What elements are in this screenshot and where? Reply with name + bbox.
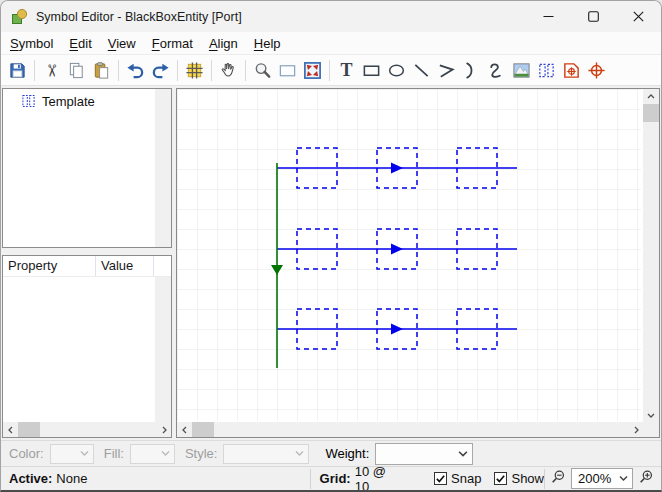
chevron-down-icon [80,450,89,457]
status-bar: Active: None Grid: 10 @ 10 Snap Show [1,466,661,490]
zoom-controls: 200% [544,468,661,489]
scroll-right-button[interactable] [628,422,643,437]
ellipse-tool-button[interactable] [384,58,409,83]
undo-button[interactable] [123,58,148,83]
snap-checkbox[interactable] [434,472,447,485]
show-checkbox[interactable] [494,472,507,485]
format-bar: Color: Fill: Style: Weight: [1,440,661,466]
hand-icon [219,61,238,80]
menubar: Symbol Edit View Format Align Help [1,32,661,55]
minimize-button[interactable] [526,1,571,32]
scroll-left-icon [181,426,189,434]
grid-status: Grid: 10 @ 10 Snap Show [311,464,544,492]
magnifier-icon [253,61,272,80]
scroll-down-button[interactable] [644,407,659,422]
scroll-left-button[interactable] [177,422,192,437]
maximize-button[interactable] [571,1,616,32]
check-icon [435,473,446,484]
zoom-out-button[interactable] [550,469,566,488]
zoom-fit-button[interactable] [300,58,325,83]
polyline-tool-button[interactable] [434,58,459,83]
scroll-right-button[interactable] [156,422,171,437]
text-tool-button[interactable]: T [334,58,359,83]
scrollbar-thumb[interactable] [643,104,659,122]
scroll-right-icon [632,426,640,434]
scroll-left-icon [7,426,15,434]
property-vertical-scrollbar[interactable] [155,277,171,422]
zoom-area-icon [278,61,297,80]
property-table-body[interactable] [3,277,171,422]
menu-help[interactable]: Help [246,34,289,53]
line-tool-button[interactable] [409,58,434,83]
check-icon [495,473,506,484]
close-button[interactable] [616,1,661,32]
tree-vertical-scrollbar[interactable] [155,89,171,247]
zoom-level-value: 200% [578,471,619,486]
fill-label: Fill: [104,446,124,461]
canvas-vertical-scrollbar[interactable] [643,89,659,422]
menu-align[interactable]: Align [201,34,246,53]
minimize-icon [543,11,554,22]
property-table-header: Property Value [3,256,171,277]
rectangle-tool-button[interactable] [359,58,384,83]
scrollbar-thumb[interactable] [18,422,40,437]
pan-button[interactable] [216,58,241,83]
tree-item-template[interactable]: Template [3,89,171,109]
menu-format[interactable]: Format [144,34,201,53]
statusbar-separator [544,469,545,489]
maximize-icon [588,11,599,22]
scrollbar-thumb[interactable] [192,422,214,437]
property-horizontal-scrollbar[interactable] [3,422,171,437]
redo-button[interactable] [148,58,173,83]
arc-tool-button[interactable] [459,58,484,83]
active-value: None [56,471,87,486]
chevron-down-icon [458,450,468,458]
scroll-right-icon [160,426,168,434]
curve-tool-button[interactable] [484,58,509,83]
workspace: Template Property Value [1,86,661,440]
scroll-up-button[interactable] [644,89,659,104]
insert-template-button[interactable] [534,58,559,83]
zoom-level-select[interactable]: 200% [571,468,633,489]
color-select[interactable] [50,444,94,464]
scroll-left-button[interactable] [3,422,18,437]
toolbar-separator [245,60,246,81]
undo-icon [126,61,145,80]
fill-select[interactable] [130,444,175,464]
menu-view[interactable]: View [100,34,144,53]
zoom-area-button[interactable] [275,58,300,83]
insert-image-button[interactable] [509,58,534,83]
canvas-horizontal-scrollbar[interactable] [177,422,643,437]
cut-button[interactable]: ✂ [39,58,64,83]
zoom-in-button[interactable] [638,469,654,488]
scroll-up-icon [647,93,655,101]
toolbar-separator [118,60,119,81]
titlebar: Symbol Editor - BlackBoxEntity [Port] [1,1,661,32]
copy-button[interactable] [64,58,89,83]
toolbar-separator [211,60,212,81]
weight-label: Weight: [325,446,369,461]
crosshair-icon [587,61,606,80]
save-button[interactable] [5,58,30,83]
insert-port-crosshair-button[interactable] [584,58,609,83]
style-label: Style: [185,446,218,461]
paste-button[interactable] [89,58,114,83]
drawing-canvas[interactable] [177,89,643,422]
grid-label: Grid: [320,471,351,486]
template-icon [537,61,556,80]
value-column-header[interactable]: Value [96,256,154,276]
left-column: Template Property Value [2,88,172,438]
save-icon [8,61,27,80]
toggle-grid-button[interactable] [182,58,207,83]
close-icon [633,11,644,22]
menu-edit[interactable]: Edit [61,34,99,53]
chevron-down-icon [295,450,304,457]
property-column-header[interactable]: Property [3,256,96,276]
zoom-button[interactable] [250,58,275,83]
scrollbar-corner [643,422,659,437]
weight-select[interactable] [375,443,473,465]
snap-label: Snap [451,471,481,486]
style-select[interactable] [223,444,309,464]
insert-port-button[interactable] [559,58,584,83]
menu-symbol[interactable]: Symbol [2,34,61,53]
